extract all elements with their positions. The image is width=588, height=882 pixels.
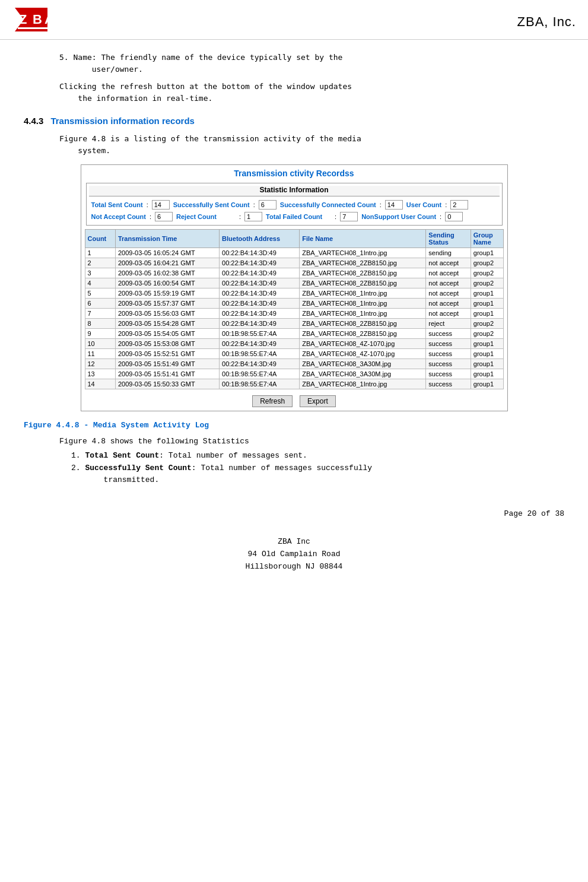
svg-text:A: A <box>45 12 54 27</box>
table-cell-0: 2 <box>85 258 115 268</box>
table-cell-5: group2 <box>471 268 503 278</box>
stat-label-succ-conn: Successfully Connected Count <box>280 201 376 208</box>
table-cell-2: 00:22:B4:14:3D:49 <box>220 339 300 349</box>
footer-center: ZBA Inc 94 Old Camplain Road Hillsboroug… <box>24 536 564 573</box>
stat-label-reject: Reject Count <box>176 213 236 220</box>
table-cell-4: success <box>426 349 471 359</box>
table-row: 112009-03-05 15:52:51 GMT00:1B:98:55:E7:… <box>85 349 503 359</box>
table-cell-1: 2009-03-05 16:04:21 GMT <box>115 258 219 268</box>
table-cell-2: 00:22:B4:14:3D:49 <box>220 359 300 369</box>
figure-description: Figure 4.8 is a listing of the transmiss… <box>59 133 564 156</box>
table-cell-0: 12 <box>85 359 115 369</box>
stat-val-not-accept: 6 <box>155 212 173 221</box>
section-heading-443: 4.4.3 Transmission information records <box>24 116 564 126</box>
table-row: 22009-03-05 16:04:21 GMT00:22:B4:14:3D:4… <box>85 258 503 268</box>
table-row: 72009-03-05 15:56:03 GMT00:22:B4:14:3D:4… <box>85 309 503 319</box>
table-cell-0: 13 <box>85 369 115 379</box>
refresh-button[interactable]: Refresh <box>252 395 293 407</box>
col-count: Count <box>85 230 115 248</box>
table-cell-2: 00:1B:98:55:E7:4A <box>220 369 300 379</box>
table-cell-4: reject <box>426 319 471 329</box>
stat-val-total-sent: 14 <box>152 200 170 210</box>
table-cell-5: group2 <box>471 329 503 339</box>
table-cell-0: 9 <box>85 329 115 339</box>
table-cell-5: group1 <box>471 288 503 299</box>
table-cell-2: 00:22:B4:14:3D:49 <box>220 319 300 329</box>
table-cell-5: group1 <box>471 339 503 349</box>
footer-line1: ZBA Inc <box>24 536 564 548</box>
stat-val-user-count: 2 <box>450 200 468 210</box>
refresh-note: Clicking the refresh button at the botto… <box>59 81 564 104</box>
stat-val-nonsupport: 0 <box>445 212 463 221</box>
stat-label-total-failed: Total Failed Count <box>266 213 331 220</box>
table-cell-2: 00:1B:98:55:E7:4A <box>220 349 300 359</box>
table-cell-0: 6 <box>85 299 115 309</box>
table-row: 102009-03-05 15:53:08 GMT00:22:B4:14:3D:… <box>85 339 503 349</box>
table-cell-4: not accept <box>426 278 471 288</box>
table-cell-2: 00:22:B4:14:3D:49 <box>220 288 300 299</box>
table-cell-1: 2009-03-05 15:54:28 GMT <box>115 319 219 329</box>
table-cell-3: ZBA_VARTECH08_2ZB8150.jpg <box>300 329 426 339</box>
table-cell-1: 2009-03-05 15:57:37 GMT <box>115 299 219 309</box>
table-cell-0: 7 <box>85 309 115 319</box>
table-cell-0: 10 <box>85 339 115 349</box>
table-cell-2: 00:22:B4:14:3D:49 <box>220 278 300 288</box>
table-cell-1: 2009-03-05 16:05:24 GMT <box>115 248 219 258</box>
table-figure: Transmission ctivity Recordss Statistic … <box>81 164 508 411</box>
footer-line2: 94 Old Camplain Road <box>24 548 564 561</box>
button-row: Refresh Export <box>81 392 507 411</box>
table-row: 52009-03-05 15:59:19 GMT00:22:B4:14:3D:4… <box>85 288 503 299</box>
table-cell-1: 2009-03-05 16:02:38 GMT <box>115 268 219 278</box>
table-cell-2: 00:22:B4:14:3D:49 <box>220 309 300 319</box>
table-cell-3: ZBA_VARTECH08_1Intro.jpg <box>300 288 426 299</box>
main-content: 5. Name: The friendly name of the device… <box>0 40 588 585</box>
stat-label-total-sent: Total Sent Count <box>91 201 143 208</box>
table-cell-1: 2009-03-05 15:53:08 GMT <box>115 339 219 349</box>
table-row: 32009-03-05 16:02:38 GMT00:22:B4:14:3D:4… <box>85 268 503 278</box>
table-cell-3: ZBA_VARTECH08_1Intro.jpg <box>300 309 426 319</box>
table-cell-0: 4 <box>85 278 115 288</box>
logo-container: Z B A <box>12 5 83 34</box>
table-cell-1: 2009-03-05 15:54:05 GMT <box>115 329 219 339</box>
svg-text:B: B <box>33 12 42 27</box>
table-header-row: Count Transmission Time Bluetooth Addres… <box>85 230 503 248</box>
table-cell-1: 2009-03-05 16:00:54 GMT <box>115 278 219 288</box>
table-cell-3: ZBA_VARTECH08_2ZB8150.jpg <box>300 278 426 288</box>
col-bt-address: Bluetooth Address <box>220 230 300 248</box>
transmission-table: Count Transmission Time Bluetooth Addres… <box>85 229 504 389</box>
table-cell-4: not accept <box>426 288 471 299</box>
list-item-2: 2. Successfully Sent Count: Total number… <box>71 462 564 486</box>
table-cell-3: ZBA_VARTECH08_3A30M.jpg <box>300 369 426 379</box>
table-cell-2: 00:22:B4:14:3D:49 <box>220 299 300 309</box>
table-cell-2: 00:22:B4:14:3D:49 <box>220 248 300 258</box>
table-row: 132009-03-05 15:51:41 GMT00:1B:98:55:E7:… <box>85 369 503 379</box>
table-cell-4: success <box>426 339 471 349</box>
table-cell-3: ZBA_VARTECH08_1Intro.jpg <box>300 248 426 258</box>
term-succ-sent: Successfully Sent Count <box>85 464 191 472</box>
table-cell-4: sending <box>426 248 471 258</box>
table-cell-5: group2 <box>471 278 503 288</box>
table-cell-4: not accept <box>426 268 471 278</box>
intro-paragraph: 5. Name: The friendly name of the device… <box>59 52 564 75</box>
table-cell-0: 8 <box>85 319 115 329</box>
table-row: 92009-03-05 15:54:05 GMT00:1B:98:55:E7:4… <box>85 329 503 339</box>
section-title: Transmission information records <box>50 116 195 126</box>
zba-logo: Z B A <box>12 5 83 34</box>
table-row: 62009-03-05 15:57:37 GMT00:22:B4:14:3D:4… <box>85 299 503 309</box>
stat-val-total-failed: 7 <box>340 212 358 221</box>
page-header: Z B A ZBA, Inc. <box>0 0 588 40</box>
col-sending-status: SendingStatus <box>426 230 471 248</box>
table-cell-1: 2009-03-05 15:51:41 GMT <box>115 369 219 379</box>
data-table-wrap: Count Transmission Time Bluetooth Addres… <box>81 229 507 392</box>
stats-box: Statistic Information Total Sent Count :… <box>86 183 503 226</box>
table-cell-5: group1 <box>471 349 503 359</box>
table-cell-3: ZBA_VARTECH08_2ZB8150.jpg <box>300 268 426 278</box>
table-cell-1: 2009-03-05 15:56:03 GMT <box>115 309 219 319</box>
figure-caption: Figure 4.4.8 - Media System Activity Log <box>24 421 564 430</box>
table-cell-3: ZBA_VARTECH08_2ZB8150.jpg <box>300 319 426 329</box>
stat-val-succ-conn: 14 <box>385 200 403 210</box>
stats-row-2: Not Accept Count : 6 Reject Count : 1 To… <box>89 211 500 223</box>
page-number: Page 20 of 38 <box>24 509 564 518</box>
export-button[interactable]: Export <box>300 395 336 407</box>
table-cell-3: ZBA_VARTECH08_3A30M.jpg <box>300 359 426 369</box>
